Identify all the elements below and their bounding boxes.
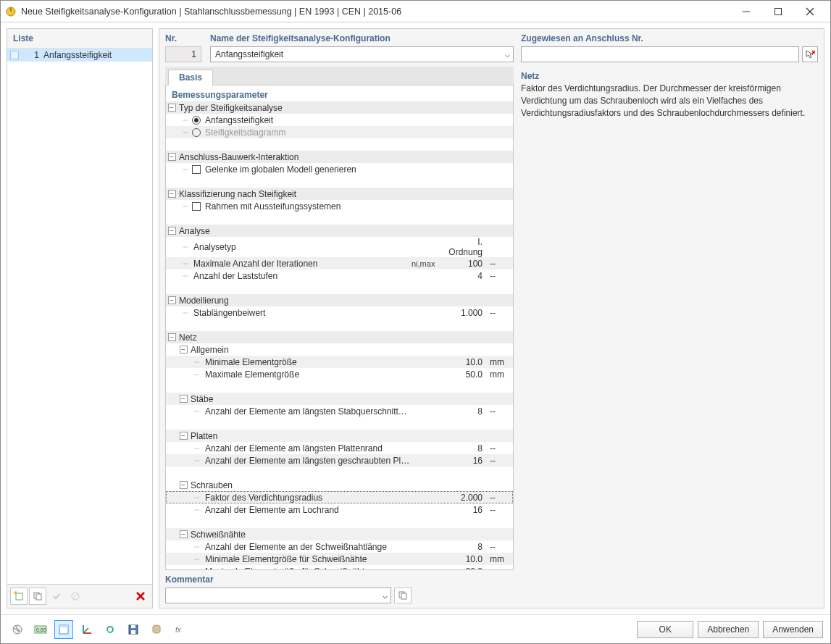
maximize-button[interactable] bbox=[762, 1, 794, 22]
sym-max-iter: ni,max bbox=[412, 259, 435, 268]
svg-rect-1 bbox=[10, 8, 12, 12]
chevron-down-icon: ⌵ bbox=[505, 49, 510, 59]
svg-rect-23 bbox=[59, 625, 68, 627]
val-min-size[interactable]: 10.0 bbox=[443, 357, 487, 367]
top-inputs: Nr. 1 Name der Steifigkeitsanalyse-Konfi… bbox=[159, 29, 824, 64]
tab-basis[interactable]: Basis bbox=[168, 70, 213, 85]
val-max-size[interactable]: 50.0 bbox=[443, 369, 487, 380]
val-densification[interactable]: 2.000 bbox=[443, 493, 487, 503]
val-plate-bolt-elems[interactable]: 16 bbox=[443, 456, 487, 466]
dialog-window: Neue Steifigkeitsanalyse-Konfiguration |… bbox=[0, 0, 831, 644]
apply-button[interactable]: Anwenden bbox=[763, 621, 823, 638]
val-member-factor[interactable]: 1.000 bbox=[443, 308, 487, 318]
svg-rect-8 bbox=[36, 594, 41, 600]
comment-label: Kommentar bbox=[165, 574, 412, 585]
close-button[interactable] bbox=[794, 1, 826, 22]
svg-text:fx: fx bbox=[175, 626, 182, 634]
comment-combo[interactable]: ⌵ bbox=[165, 587, 391, 603]
row-plate-bolt-elems: Anzahl der Elemente am längsten geschrau… bbox=[204, 456, 410, 466]
collapse-icon[interactable]: − bbox=[168, 104, 176, 112]
svg-rect-29 bbox=[131, 625, 135, 628]
parameter-grid: Bemessungsparameter −Typ der Steifigkeit… bbox=[165, 85, 514, 570]
comment-copy-button[interactable] bbox=[394, 587, 412, 603]
footer: 0,00 fx OK Abbrechen Anwenden bbox=[1, 614, 830, 643]
collapse-icon[interactable]: − bbox=[168, 296, 176, 304]
sub-general: Allgemein bbox=[189, 345, 410, 355]
opt-initial[interactable]: Anfangssteifigkeit bbox=[204, 115, 410, 125]
val-max-iter[interactable]: 100 bbox=[443, 259, 487, 269]
section-type: Typ der Steifigkeitsanalyse bbox=[178, 103, 410, 113]
content: Liste 1 Anfangssteifigkeit bbox=[1, 22, 830, 614]
list-item[interactable]: 1 Anfangssteifigkeit bbox=[7, 49, 152, 62]
radio-initial[interactable] bbox=[192, 116, 201, 125]
window-buttons bbox=[730, 1, 826, 22]
svg-text:0,00: 0,00 bbox=[36, 627, 46, 632]
list-panel: Liste 1 Anfangssteifigkeit bbox=[7, 28, 153, 609]
units-icon[interactable]: 0,00 bbox=[31, 620, 50, 639]
row-analysis-type: Analysetyp bbox=[192, 242, 410, 252]
collapse-icon[interactable]: − bbox=[180, 530, 188, 538]
refresh-icon[interactable] bbox=[101, 620, 120, 639]
db-icon[interactable] bbox=[147, 620, 166, 639]
svg-line-10 bbox=[72, 593, 78, 599]
row-mem-elems: Anzahl der Elemente am längsten Stabquer… bbox=[204, 406, 410, 417]
row-plate-elems: Anzahl der Elemente am längsten Plattenr… bbox=[204, 443, 410, 453]
title-bar: Neue Steifigkeitsanalyse-Konfiguration |… bbox=[1, 1, 830, 22]
name-label: Name der Steifigkeitsanalyse-Konfigurati… bbox=[210, 33, 514, 43]
collapse-icon[interactable]: − bbox=[180, 432, 188, 440]
row-max-iter: Maximale Anzahl der Iterationen bbox=[192, 259, 410, 269]
section-analysis: Analyse bbox=[178, 226, 410, 236]
name-combo[interactable]: Anfangssteifigkeit ⌵ bbox=[210, 46, 514, 62]
delete-button[interactable] bbox=[132, 587, 149, 605]
chk-hinges[interactable]: Gelenke im globalen Modell generieren bbox=[204, 164, 410, 175]
ok-button[interactable]: OK bbox=[637, 621, 693, 638]
sub-bolts: Schrauben bbox=[189, 480, 410, 490]
section-mesh: Netz bbox=[178, 333, 410, 343]
collapse-icon[interactable]: − bbox=[168, 190, 176, 198]
axes-icon[interactable] bbox=[78, 620, 96, 639]
cancel-button[interactable]: Abbrechen bbox=[698, 621, 759, 638]
name-combo-value: Anfangssteifigkeit bbox=[215, 49, 283, 59]
check-braced[interactable] bbox=[192, 202, 201, 211]
val-weld-elems[interactable]: 8 bbox=[443, 542, 487, 552]
collapse-icon[interactable]: − bbox=[168, 333, 176, 341]
val-loadsteps[interactable]: 4 bbox=[443, 271, 487, 281]
minimize-button[interactable] bbox=[730, 1, 762, 22]
save-icon[interactable] bbox=[124, 620, 143, 639]
row-member-factor: Stablängenbeiwert bbox=[192, 308, 410, 318]
val-hole-elems[interactable]: 16 bbox=[443, 505, 487, 515]
row-min-size: Minimale Elementgröße bbox=[204, 357, 410, 367]
val-plate-elems[interactable]: 8 bbox=[443, 443, 487, 453]
assign-input[interactable] bbox=[521, 46, 799, 62]
check-hinges[interactable] bbox=[192, 165, 201, 174]
new-button[interactable] bbox=[10, 587, 28, 605]
view-icon[interactable] bbox=[54, 620, 73, 639]
collapse-icon[interactable]: − bbox=[168, 153, 176, 161]
list-toolbar bbox=[7, 584, 152, 608]
nr-label: Nr. bbox=[165, 33, 203, 43]
fx-icon[interactable]: fx bbox=[170, 620, 189, 639]
collapse-icon[interactable]: − bbox=[168, 227, 176, 235]
svg-line-26 bbox=[83, 628, 88, 633]
copy-button[interactable] bbox=[29, 587, 46, 605]
help-icon[interactable] bbox=[8, 620, 27, 639]
svg-point-18 bbox=[14, 626, 17, 629]
val-mem-elems[interactable]: 8 bbox=[443, 406, 487, 417]
svg-rect-16 bbox=[401, 593, 406, 599]
collapse-icon[interactable]: − bbox=[180, 346, 188, 354]
radio-diagram[interactable] bbox=[192, 128, 201, 137]
val-analysis-type[interactable]: I. Ordnung bbox=[443, 237, 487, 257]
row-hole-elems: Anzahl der Elemente am Lochrand bbox=[204, 505, 410, 515]
assign-label: Zugewiesen an Anschluss Nr. bbox=[521, 33, 818, 43]
collapse-icon[interactable]: − bbox=[180, 395, 188, 403]
sub-members: Stäbe bbox=[189, 394, 410, 404]
exclude-button bbox=[67, 587, 84, 605]
opt-diagram[interactable]: Steifigkeitsdiagramm bbox=[204, 127, 410, 138]
row-weld-elems: Anzahl der Elemente an der Schweißnahtlä… bbox=[204, 542, 410, 552]
assign-pick-button[interactable] bbox=[802, 46, 818, 62]
help-title: Netz bbox=[521, 67, 818, 83]
collapse-icon[interactable]: − bbox=[180, 481, 188, 489]
val-weld-min[interactable]: 10.0 bbox=[443, 554, 487, 564]
chk-braced[interactable]: Rahmen mit Aussteifungssystemen bbox=[204, 201, 410, 212]
tab-strip: Basis bbox=[165, 67, 514, 85]
